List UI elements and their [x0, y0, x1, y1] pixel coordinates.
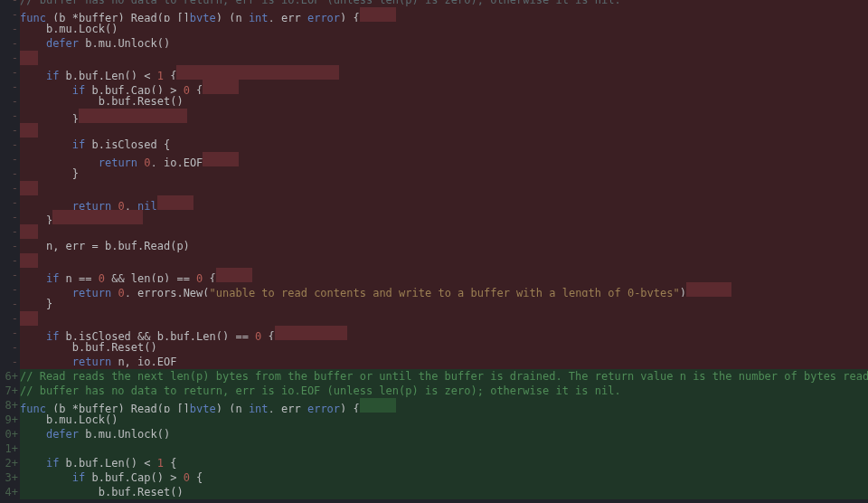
gutter: -	[0, 166, 20, 181]
diff-editor[interactable]: - // buffer has no data to return, err i…	[0, 0, 868, 503]
diff-trail-highlight	[203, 152, 239, 166]
code-content: if b.buf.Len() < 1 {	[20, 456, 868, 470]
gutter: -	[0, 138, 20, 152]
diff-trail-highlight	[20, 253, 38, 268]
diff-line-added: 3+ if b.buf.Cap() > 0 {	[0, 470, 868, 485]
diff-line-removed: - n, err = b.buf.Read(p)	[0, 239, 868, 253]
diff-line-removed: - return 0, io.EOF	[0, 152, 868, 166]
diff-trail-highlight	[20, 51, 38, 65]
gutter: -	[0, 109, 20, 123]
code-content: // buffer has no data to return, err is …	[20, 384, 868, 398]
gutter: 2+	[0, 456, 20, 470]
code-content	[20, 311, 868, 326]
diff-line-removed: - return n, io.EOF	[0, 355, 868, 369]
comment-text: // buffer has no data to return, err is …	[20, 384, 621, 397]
gutter: -	[0, 268, 20, 282]
diff-line-removed: -	[0, 123, 868, 138]
gutter: -	[0, 123, 20, 138]
gutter: -	[0, 0, 20, 7]
gutter: -	[0, 94, 20, 109]
diff-line-removed: - b.buf.Reset()	[0, 94, 868, 109]
code-content: return 0, errors.New("unable to read con…	[20, 282, 868, 297]
code-content: if b.buf.Cap() > 0 {	[20, 80, 868, 94]
gutter: 1+	[0, 441, 20, 456]
code-content: b.buf.Reset()	[20, 485, 868, 499]
code-content	[20, 224, 868, 239]
code-content: defer b.mu.Unlock()	[20, 36, 868, 51]
diff-line-removed: - b.buf.Reset()	[0, 340, 868, 355]
diff-line-removed: - // buffer has no data to return, err i…	[0, 0, 868, 7]
diff-trail-highlight	[275, 326, 347, 340]
diff-trail-highlight	[176, 65, 339, 80]
diff-trail-highlight	[686, 282, 731, 297]
code-content: if b.isClosed {	[20, 138, 868, 152]
gutter: -	[0, 36, 20, 51]
comment-text: // Read reads the next len(p) bytes from…	[20, 370, 868, 383]
code-content: }	[20, 109, 868, 123]
gutter: -	[0, 181, 20, 195]
code-content: }	[20, 297, 868, 311]
diff-line-removed: - defer b.mu.Unlock()	[0, 36, 868, 51]
diff-line-removed: - if n == 0 && len(p) == 0 {	[0, 268, 868, 282]
code-content: n, err = b.buf.Read(p)	[20, 239, 868, 253]
diff-line-added: 8+ func (b *buffer) Read(p []byte) (n in…	[0, 398, 868, 413]
diff-trail-highlight	[20, 311, 38, 326]
code-content: return 0, nil	[20, 195, 868, 210]
code-content: b.mu.Lock()	[20, 413, 868, 427]
code-content: b.buf.Reset()	[20, 340, 868, 355]
diff-trail-highlight	[20, 123, 38, 138]
diff-line-removed: - if b.buf.Len() < 1 {	[0, 65, 868, 80]
code-content: }	[20, 166, 868, 181]
diff-line-removed: -	[0, 181, 868, 195]
gutter: -	[0, 224, 20, 239]
code-content	[20, 441, 868, 456]
diff-trail-highlight	[360, 7, 396, 22]
diff-line-added: 4+ b.buf.Reset()	[0, 485, 868, 499]
gutter: -	[0, 340, 20, 355]
code-content: if b.isClosed && b.buf.Len() == 0 {	[20, 326, 868, 340]
diff-trail-highlight	[157, 195, 193, 210]
diff-line-added: 0+ defer b.mu.Unlock()	[0, 427, 868, 441]
diff-line-added: 7+ // buffer has no data to return, err …	[0, 384, 868, 398]
diff-trail-highlight	[360, 398, 396, 413]
diff-line-removed: -	[0, 224, 868, 239]
diff-trail-highlight	[79, 109, 187, 123]
code-content: b.buf.Reset()	[20, 94, 868, 109]
diff-line-removed: - return 0, nil	[0, 195, 868, 210]
gutter: -	[0, 326, 20, 340]
code-content: return n, io.EOF	[20, 355, 868, 369]
diff-line-removed: -	[0, 253, 868, 268]
code-content	[20, 123, 868, 138]
gutter: -	[0, 22, 20, 36]
code-content	[20, 51, 868, 65]
diff-line-removed: - }	[0, 297, 868, 311]
gutter: -	[0, 239, 20, 253]
gutter: -	[0, 195, 20, 210]
diff-trail-highlight	[52, 210, 143, 224]
gutter: -	[0, 80, 20, 94]
gutter: -	[0, 311, 20, 326]
code-content: }	[20, 210, 868, 224]
diff-line-removed: -	[0, 51, 868, 65]
code-content: func (b *buffer) Read(p []byte) (n int, …	[20, 7, 868, 22]
diff-line-removed: - }	[0, 210, 868, 224]
diff-line-added: 2+ if b.buf.Len() < 1 {	[0, 456, 868, 470]
gutter: 6+	[0, 369, 20, 384]
gutter: 4+	[0, 485, 20, 499]
diff-trail-highlight	[216, 268, 252, 282]
diff-line-removed: - func (b *buffer) Read(p []byte) (n int…	[0, 7, 868, 22]
diff-line-removed: - }	[0, 166, 868, 181]
gutter: 7+	[0, 384, 20, 398]
diff-line-removed: - if b.isClosed && b.buf.Len() == 0 {	[0, 326, 868, 340]
code-content: // Read reads the next len(p) bytes from…	[20, 369, 868, 384]
gutter: -	[0, 51, 20, 65]
code-content: // buffer has no data to return, err is …	[20, 0, 868, 7]
code-content: defer b.mu.Unlock()	[20, 427, 868, 441]
gutter: 3+	[0, 470, 20, 485]
diff-trail-highlight	[20, 181, 38, 195]
code-content: b.mu.Lock()	[20, 22, 868, 36]
code-content: func (b *buffer) Read(p []byte) (n int, …	[20, 398, 868, 413]
code-content: if n == 0 && len(p) == 0 {	[20, 268, 868, 282]
diff-line-removed: - }	[0, 109, 868, 123]
gutter: -	[0, 253, 20, 268]
